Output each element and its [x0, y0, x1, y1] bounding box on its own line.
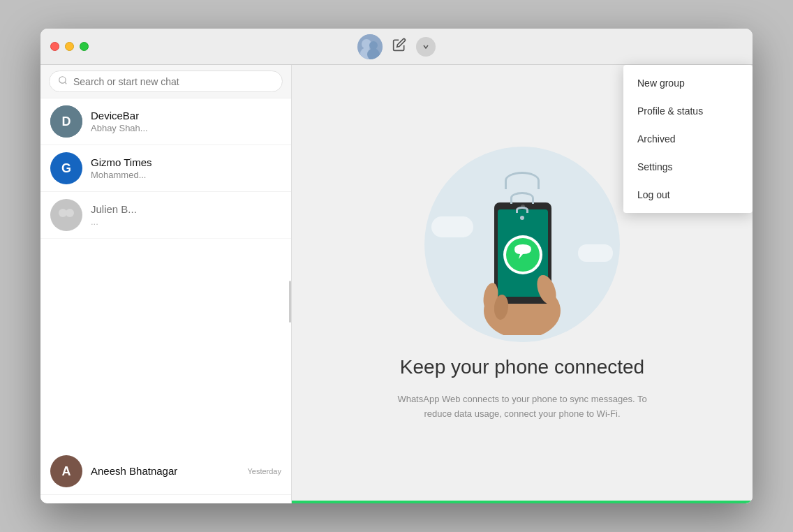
wifi-icon	[505, 172, 540, 220]
svg-point-13	[66, 209, 74, 217]
chat-name-gizmo: Gizmo Times	[91, 156, 273, 168]
dropdown-item-archived[interactable]: Archived	[623, 125, 753, 153]
minimize-button[interactable]	[65, 42, 74, 51]
chat-item-aneesh[interactable]: A Aneesh Bhatnagar Yesterday	[40, 448, 291, 495]
chat-item-gizmo[interactable]: G Gizmo Times Mohammed...	[40, 145, 291, 192]
cloud-left	[431, 216, 473, 237]
maximize-button[interactable]	[80, 42, 89, 51]
profile-avatar[interactable]	[357, 34, 383, 59]
chat-info-gizmo: Gizmo Times Mohammed...	[91, 156, 273, 180]
chat-info-other: Julien B... ...	[91, 203, 273, 227]
chat-preview-other: ...	[91, 216, 273, 227]
chat-preview-devicebar: Abhay Shah...	[91, 123, 273, 133]
main-title: Keep your phone connected	[400, 356, 644, 378]
avatar-aneesh: A	[50, 455, 82, 487]
menu-button[interactable]	[416, 37, 436, 57]
chat-name-other: Julien B...	[91, 203, 273, 215]
svg-line-6	[65, 82, 67, 84]
app-window: New group Profile & status Archived Sett…	[40, 29, 753, 503]
chat-info-aneesh: Aneesh Bhatnagar	[91, 465, 239, 478]
phone-illustration	[424, 147, 620, 342]
dropdown-item-settings[interactable]: Settings	[623, 153, 753, 181]
main-subtitle: WhatsApp Web connects to your phone to s…	[390, 392, 655, 422]
svg-point-5	[59, 77, 66, 83]
search-icon	[58, 75, 68, 87]
dropdown-item-new-group[interactable]: New group	[623, 69, 753, 97]
chat-preview-gizmo: Mohammed...	[91, 170, 273, 180]
svg-point-21	[506, 238, 540, 272]
search-input[interactable]	[73, 76, 274, 87]
chat-list: D DeviceBar Abhay Shah... G	[40, 98, 291, 503]
chat-info-devicebar: DeviceBar Abhay Shah...	[91, 110, 273, 133]
cloud-right	[578, 244, 613, 262]
chat-item-devicebar[interactable]: D DeviceBar Abhay Shah...	[40, 98, 291, 145]
traffic-lights	[50, 42, 89, 51]
search-bar-container	[40, 65, 291, 98]
dropdown-menu: New group Profile & status Archived Sett…	[623, 65, 753, 213]
dropdown-item-logout[interactable]: Log out	[623, 181, 753, 209]
bottom-bar	[292, 501, 753, 503]
dropdown-item-profile-status[interactable]: Profile & status	[623, 97, 753, 125]
avatar-gizmo: G	[50, 152, 82, 184]
search-input-wrap	[49, 71, 283, 92]
compose-button[interactable]	[392, 38, 406, 55]
chat-name-devicebar: DeviceBar	[91, 110, 273, 121]
avatar-devicebar: D	[50, 105, 82, 138]
chat-list-spacer	[40, 239, 291, 448]
chat-time-aneesh: Yesterday	[247, 467, 281, 475]
titlebar-center	[357, 34, 436, 59]
svg-text:A: A	[62, 464, 71, 478]
svg-text:G: G	[61, 161, 71, 175]
chat-item-other[interactable]: Julien B... ...	[40, 192, 291, 239]
close-button[interactable]	[50, 42, 59, 51]
avatar-other	[50, 199, 82, 231]
chat-name-aneesh: Aneesh Bhatnagar	[91, 465, 239, 477]
scroll-indicator[interactable]	[289, 281, 291, 323]
titlebar: New group Profile & status Archived Sett…	[40, 29, 753, 65]
svg-text:D: D	[62, 114, 71, 128]
sidebar: D DeviceBar Abhay Shah... G	[40, 65, 292, 503]
